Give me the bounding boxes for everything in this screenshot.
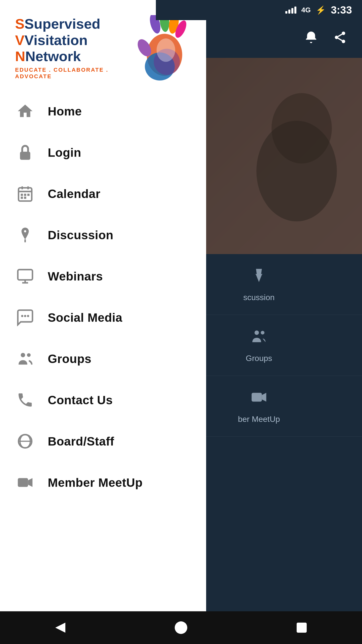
nav-discussion-label: Discussion — [48, 228, 113, 242]
nav-contact-us-label: Contact Us — [48, 393, 113, 407]
phone-icon — [15, 390, 35, 410]
video-icon — [15, 472, 35, 493]
svg-point-4 — [261, 331, 264, 335]
svg-rect-21 — [20, 152, 30, 160]
right-nav-groups-label: Groups — [246, 354, 272, 363]
svg-point-7 — [342, 32, 345, 35]
svg-point-9 — [342, 40, 345, 43]
nav-item-groups[interactable]: Groups — [8, 338, 199, 379]
svg-rect-30 — [24, 197, 26, 199]
svg-rect-29 — [21, 197, 23, 199]
lock-icon — [15, 142, 35, 163]
battery-icon: ⚡ — [316, 5, 326, 15]
pin-icon — [15, 225, 35, 245]
svg-point-35 — [21, 315, 23, 317]
nav-login-label: Login — [48, 146, 81, 159]
navigation-drawer: SSupervised VVisitation NNetwork EDUCATE… — [0, 0, 206, 644]
nav-item-login[interactable]: Login — [8, 132, 199, 173]
svg-point-37 — [27, 315, 29, 317]
video-icon-right — [250, 388, 268, 410]
logo-line-3: NNetwork — [15, 48, 126, 64]
bell-icon[interactable] — [304, 30, 318, 48]
svg-rect-42 — [18, 478, 28, 487]
home-button[interactable] — [170, 616, 192, 639]
svg-point-3 — [255, 331, 259, 335]
right-nav-meetup-label: ber MeetUp — [238, 415, 280, 424]
logo-line-2: VVisitation — [15, 32, 126, 48]
nav-member-meetup-label: Member MeetUp — [48, 476, 143, 490]
monitor-icon — [15, 266, 35, 286]
nav-item-home[interactable]: Home — [8, 91, 199, 132]
calendar-icon — [15, 184, 35, 204]
back-button[interactable] — [49, 616, 72, 639]
svg-rect-28 — [27, 194, 30, 196]
network-type-label: 4G — [301, 6, 311, 14]
bottom-navigation-bar — [0, 611, 362, 644]
people-icon — [15, 349, 35, 369]
chat-icon — [15, 307, 35, 328]
svg-marker-6 — [262, 393, 266, 402]
nav-item-calendar[interactable]: Calendar — [8, 173, 199, 214]
svg-point-8 — [335, 36, 338, 39]
signal-icon — [285, 7, 296, 14]
svg-rect-32 — [18, 270, 32, 280]
svg-rect-5 — [252, 393, 262, 402]
share-icon[interactable] — [333, 30, 347, 48]
nav-calendar-label: Calendar — [48, 187, 100, 201]
globe-icon — [15, 431, 35, 451]
logo-hand-image — [133, 15, 191, 80]
svg-rect-26 — [21, 194, 23, 196]
people-icon-right — [250, 328, 268, 349]
svg-point-36 — [24, 315, 26, 317]
right-nav-discussion-label: scussion — [243, 293, 275, 302]
nav-item-webinars[interactable]: Webinars — [8, 256, 199, 297]
svg-rect-46 — [297, 623, 307, 633]
nav-item-member-meetup[interactable]: Member MeetUp — [8, 462, 199, 503]
nav-home-label: Home — [48, 104, 82, 118]
pin-icon-right — [250, 267, 268, 288]
svg-point-38 — [21, 353, 25, 357]
svg-point-20 — [157, 38, 175, 62]
logo-line-1: SSupervised — [15, 16, 126, 32]
nav-webinars-label: Webinars — [48, 269, 103, 283]
nav-list: Home Login — [0, 91, 206, 503]
svg-marker-44 — [55, 623, 65, 633]
nav-item-contact-us[interactable]: Contact Us — [8, 379, 199, 421]
nav-social-media-label: Social Media — [48, 311, 122, 325]
home-icon — [15, 101, 35, 121]
svg-point-45 — [175, 621, 187, 634]
nav-item-social-media[interactable]: Social Media — [8, 297, 199, 338]
nav-item-board-staff[interactable]: Board/Staff — [8, 421, 199, 462]
logo-text: SSupervised VVisitation NNetwork EDUCATE… — [15, 16, 126, 79]
time-display: 3:33 — [331, 4, 352, 16]
nav-groups-label: Groups — [48, 352, 92, 366]
nav-board-staff-label: Board/Staff — [48, 434, 114, 448]
svg-rect-27 — [24, 194, 26, 196]
recents-button[interactable] — [290, 616, 313, 639]
svg-point-2 — [256, 121, 337, 221]
status-bar: 4G ⚡ 3:33 — [156, 0, 362, 20]
logo-tagline: EDUCATE . COLLABORATE . ADVOCATE — [15, 67, 126, 80]
svg-line-10 — [338, 38, 342, 41]
svg-marker-43 — [28, 478, 32, 487]
svg-line-11 — [338, 34, 342, 36]
svg-point-39 — [27, 353, 31, 357]
svg-rect-31 — [24, 239, 26, 243]
nav-item-discussion[interactable]: Discussion — [8, 214, 199, 256]
